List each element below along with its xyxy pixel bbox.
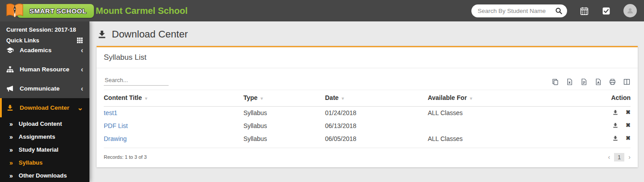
submenu-item-label: Study Material — [19, 146, 59, 153]
sidebar-item-human-resource[interactable]: Human Resource ‹ — [0, 60, 89, 79]
page-title: Download Center — [89, 21, 644, 46]
delete-icon[interactable]: ✖ — [626, 122, 631, 128]
column-header-content-title[interactable]: Content Title▾ — [104, 90, 243, 107]
grid-icon — [76, 37, 83, 44]
chevron-left-icon: ‹ — [81, 66, 83, 73]
double-chevron-icon: » — [9, 147, 13, 153]
school-name: Mount Carmel School — [96, 6, 188, 16]
columns-icon[interactable] — [623, 78, 631, 86]
pagination: ‹ 1 › — [608, 153, 631, 161]
csv-icon[interactable] — [580, 78, 588, 86]
sitemap-icon — [6, 66, 14, 73]
sidebar-item-label: Communicate — [20, 85, 59, 92]
download-action-icon[interactable] — [612, 109, 619, 116]
content-title-link[interactable]: PDF List — [104, 120, 243, 132]
submenu-item-syllabus[interactable]: » Syllabus — [0, 156, 89, 169]
sidebar-item-download-center[interactable]: Download Center ⌄ — [0, 98, 89, 117]
export-buttons — [551, 78, 631, 86]
download-action-icon[interactable] — [612, 122, 619, 128]
pdf-icon[interactable] — [594, 78, 602, 86]
chevron-left-icon: ‹ — [81, 85, 83, 92]
task-check-icon[interactable] — [602, 6, 611, 16]
quick-links[interactable]: Quick Links — [0, 34, 89, 47]
column-header-date[interactable]: Date▾ — [325, 90, 428, 107]
table-row: PDF List Syllabus 06/13/2018 ✖ — [104, 120, 631, 132]
download-center-submenu: » Upload Content » Assignments » Study M… — [0, 117, 89, 182]
student-search-box[interactable] — [471, 4, 567, 17]
double-chevron-icon: » — [9, 160, 13, 166]
type-cell: Syllabus — [243, 107, 325, 120]
calendar-icon[interactable] — [580, 6, 589, 16]
chevron-left-icon: ‹ — [81, 47, 83, 54]
chevron-down-icon: ⌄ — [77, 104, 83, 112]
sidebar: Current Session: 2017-18 Quick Links Aca… — [0, 21, 89, 182]
sort-arrow-icon: ▾ — [145, 96, 147, 101]
submenu-item-study-material[interactable]: » Study Material — [0, 143, 89, 156]
submenu-item-upload-content[interactable]: » Upload Content — [0, 117, 89, 130]
submenu-item-other-downloads[interactable]: » Other Downloads — [0, 169, 89, 182]
logo-text: SMART SCHOOL — [30, 7, 87, 15]
type-cell: Syllabus — [243, 132, 325, 145]
copy-icon[interactable] — [551, 78, 559, 86]
person-icon — [626, 7, 634, 15]
sidebar-item-label: Academics — [20, 47, 51, 54]
syllabus-list-card: Syllabus List — [97, 46, 638, 167]
sidebar-menu: Academics ‹ Human Resource ‹ Communicate — [0, 41, 89, 117]
book-logo-icon — [5, 3, 24, 19]
logo-pill: SMART SCHOOL — [17, 4, 94, 18]
records-count: Records: 1 to 3 of 3 — [104, 154, 147, 160]
card-title: Syllabus List — [97, 47, 638, 68]
submenu-item-assignments[interactable]: » Assignments — [0, 130, 89, 143]
quick-links-label: Quick Links — [6, 37, 39, 44]
sidebar-item-label: Human Resource — [20, 66, 69, 73]
content-title-link[interactable]: test1 — [104, 107, 243, 120]
available-for-cell: ALL Classes — [428, 132, 583, 145]
download-icon — [6, 104, 14, 112]
date-cell: 06/13/2018 — [325, 120, 428, 132]
submenu-item-label: Assignments — [19, 133, 55, 140]
table-footer: Records: 1 to 3 of 3 ‹ 1 › — [104, 148, 631, 161]
search-icon[interactable] — [555, 7, 563, 15]
page-number-button[interactable]: 1 — [614, 153, 624, 161]
current-session-label: Current Session: 2017-18 — [0, 21, 89, 34]
delete-icon[interactable]: ✖ — [626, 109, 631, 115]
double-chevron-icon: » — [9, 121, 13, 127]
header-actions — [471, 4, 637, 17]
user-avatar[interactable] — [623, 4, 637, 17]
top-header: SMART SCHOOL Mount Carmel School — [0, 0, 644, 21]
table-row: Drawing Syllabus 06/05/2018 ALL Classes … — [104, 132, 631, 145]
column-header-type[interactable]: Type▾ — [243, 90, 325, 107]
student-search-input[interactable] — [478, 8, 555, 14]
smart-school-logo[interactable]: SMART SCHOOL — [0, 0, 89, 21]
double-chevron-icon: » — [9, 134, 13, 140]
print-icon[interactable] — [609, 78, 616, 86]
date-cell: 06/05/2018 — [325, 132, 428, 145]
next-page-icon[interactable]: › — [628, 154, 631, 160]
table-search-input[interactable] — [104, 75, 169, 86]
sort-arrow-icon: ▾ — [470, 96, 472, 101]
content-title-link[interactable]: Drawing — [104, 132, 243, 145]
page-title-text: Download Center — [112, 29, 188, 40]
main-content: Download Center Syllabus List — [89, 21, 644, 182]
submenu-item-label: Upload Content — [19, 120, 62, 127]
prev-page-icon[interactable]: ‹ — [608, 154, 610, 160]
download-icon — [97, 29, 107, 39]
sidebar-item-label: Download Center — [20, 104, 69, 111]
delete-icon[interactable]: ✖ — [626, 135, 631, 141]
table-toolbar — [97, 68, 638, 90]
submenu-item-label: Other Downloads — [19, 172, 67, 179]
table-header-row: Content Title▾ Type▾ Date▾ Available For… — [104, 90, 631, 107]
column-header-action: Action — [583, 90, 631, 107]
app-window: SMART SCHOOL Mount Carmel School — [0, 0, 644, 182]
sort-arrow-icon: ▾ — [342, 96, 344, 101]
column-header-available-for[interactable]: Available For▾ — [428, 90, 583, 107]
available-for-cell — [428, 120, 583, 132]
submenu-item-label: Syllabus — [19, 159, 42, 166]
graduation-cap-icon — [6, 46, 14, 54]
download-action-icon[interactable] — [612, 135, 619, 141]
excel-icon[interactable] — [566, 78, 573, 86]
sort-arrow-icon: ▾ — [261, 96, 263, 101]
available-for-cell: ALL Classes — [428, 107, 583, 120]
double-chevron-icon: » — [9, 173, 13, 179]
sidebar-item-communicate[interactable]: Communicate ‹ — [0, 79, 89, 98]
